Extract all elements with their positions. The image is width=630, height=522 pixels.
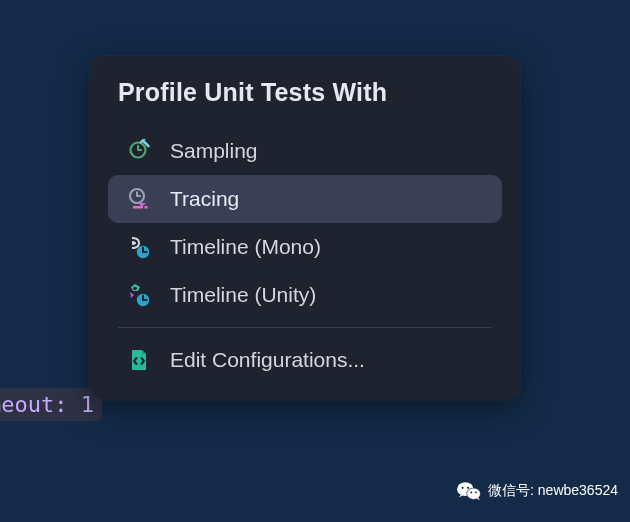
svg-point-20	[467, 487, 469, 489]
menu-item-timeline-unity[interactable]: Timeline (Unity)	[108, 271, 502, 319]
timeline-unity-icon	[126, 282, 152, 308]
menu-item-label: Edit Configurations...	[170, 348, 365, 372]
menu-item-sampling[interactable]: Sampling	[108, 127, 502, 175]
menu-item-edit-configurations[interactable]: Edit Configurations...	[108, 336, 502, 384]
wechat-text: 微信号: newbe36524	[488, 482, 618, 500]
svg-rect-8	[133, 206, 143, 209]
popup-title: Profile Unit Tests With	[118, 78, 492, 107]
wechat-icon	[456, 478, 482, 504]
menu-divider	[118, 327, 492, 328]
sampling-icon	[126, 138, 152, 164]
code-fragment-timeout: meout: 1	[0, 388, 102, 421]
svg-point-21	[470, 491, 472, 493]
svg-point-22	[475, 491, 477, 493]
menu-item-label: Tracing	[170, 187, 239, 211]
menu-item-label: Timeline (Mono)	[170, 235, 321, 259]
menu-item-label: Sampling	[170, 139, 258, 163]
edit-config-icon	[126, 347, 152, 373]
timeline-mono-icon	[126, 234, 152, 260]
wechat-watermark: 微信号: newbe36524	[456, 478, 618, 504]
profile-tests-popup: Profile Unit Tests With Sampling	[90, 56, 520, 400]
svg-rect-9	[145, 206, 148, 209]
svg-point-19	[462, 487, 464, 489]
profile-options-list: Sampling Tracing	[108, 127, 502, 384]
menu-item-label: Timeline (Unity)	[170, 283, 316, 307]
menu-item-timeline-mono[interactable]: Timeline (Mono)	[108, 223, 502, 271]
tracing-icon	[126, 186, 152, 212]
menu-item-tracing[interactable]: Tracing	[108, 175, 502, 223]
